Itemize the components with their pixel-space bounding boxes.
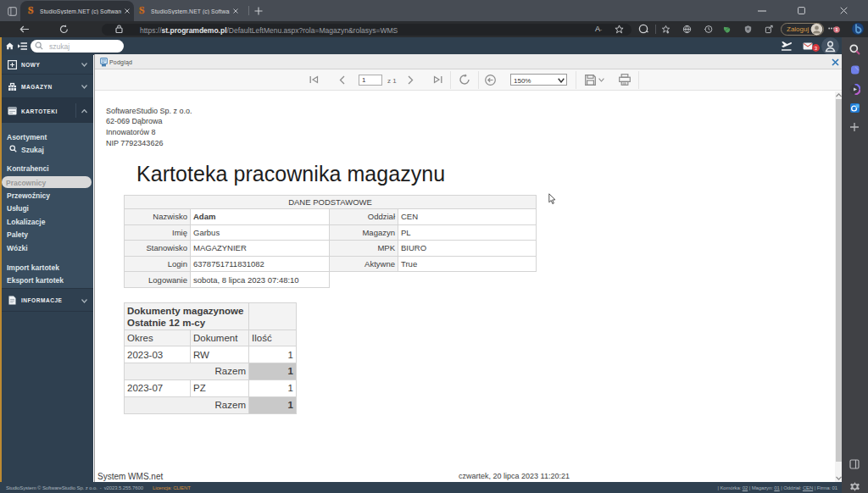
svg-text:1: 1 — [835, 27, 837, 32]
